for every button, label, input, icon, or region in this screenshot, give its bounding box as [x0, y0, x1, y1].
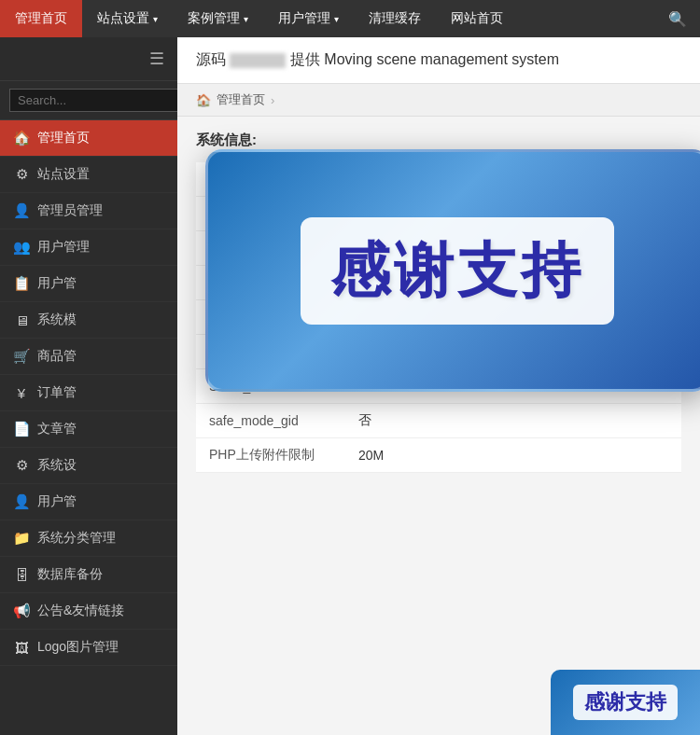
site-title-blurred	[230, 53, 286, 68]
chevron-down-icon: ▾	[334, 14, 339, 24]
user-icon: 👤	[13, 202, 30, 219]
breadcrumb-home-icon: 🏠	[196, 93, 211, 107]
row-value: 否	[345, 404, 681, 438]
home-icon: 🏠	[13, 130, 30, 146]
popup-overlay[interactable]: 感谢支持	[205, 149, 700, 392]
sidebar-item-logo-mgmt[interactable]: 🖼 Logo图片管理	[0, 630, 177, 666]
nav-label-site-home: 网站首页	[451, 10, 503, 27]
breadcrumb: 🏠 管理首页 ›	[177, 84, 700, 117]
sidebar-item-admin-mgmt[interactable]: 👤 管理员管理	[0, 193, 177, 229]
main-content-area: 源码 提供 Moving scene management system 🏠 管…	[177, 37, 700, 735]
search-input[interactable]	[9, 89, 177, 112]
sidebar-label-order-mgmt: 订单管	[37, 384, 77, 401]
chevron-down-icon: ▾	[153, 14, 158, 24]
user2-icon: 👤	[13, 493, 30, 510]
sidebar-label-site-settings: 站点设置	[37, 166, 90, 183]
settings-icon: ⚙	[13, 457, 30, 474]
popup-inner: 感谢支持	[301, 217, 614, 325]
image-icon: 🖼	[13, 640, 30, 656]
table-row: safe_mode_gid否	[196, 404, 681, 438]
list-icon: 📋	[13, 275, 30, 292]
sidebar: ☰ 🔍 🏠 管理首页 ⚙ 站点设置 👤 管理员管理 👥 用户管理 📋 用户管 🖥	[0, 37, 177, 735]
nav-label-admin-home: 管理首页	[15, 10, 67, 27]
main-header: 源码 提供 Moving scene management system	[177, 37, 700, 84]
sidebar-label-article-mgmt: 文章管	[37, 421, 77, 437]
main-layout: ☰ 🔍 🏠 管理首页 ⚙ 站点设置 👤 管理员管理 👥 用户管理 📋 用户管 🖥	[0, 37, 700, 735]
sidebar-item-system-mod[interactable]: 🖥 系统模	[0, 302, 177, 339]
sidebar-search-bar: 🔍	[0, 81, 177, 120]
mini-popup[interactable]: 感谢支持	[551, 670, 700, 735]
search-icon[interactable]: 🔍	[655, 0, 700, 37]
nav-item-user-mgmt[interactable]: 用户管理 ▾	[263, 0, 354, 37]
users-icon: 👥	[13, 239, 30, 256]
database-icon: 🗄	[13, 567, 30, 583]
nav-item-site-settings[interactable]: 站点设置 ▾	[82, 0, 173, 37]
gear-icon: ⚙	[13, 166, 30, 183]
row-label: safe_mode_gid	[196, 404, 345, 438]
sidebar-header: ☰	[0, 37, 177, 81]
menu-toggle-icon[interactable]: ☰	[149, 49, 164, 69]
sidebar-label-db-backup: 数据库备份	[37, 566, 103, 583]
sidebar-label-user-list: 用户管	[37, 275, 77, 292]
sidebar-item-admin-home[interactable]: 🏠 管理首页	[0, 120, 177, 157]
sidebar-item-category-mgmt[interactable]: 📁 系统分类管理	[0, 520, 177, 557]
sidebar-label-system-mod: 系统模	[37, 312, 77, 328]
sidebar-label-user-mgmt2: 用户管	[37, 493, 77, 510]
sidebar-item-article-mgmt[interactable]: 📄 文章管	[0, 411, 177, 448]
yen-icon: ¥	[13, 385, 30, 401]
site-title: 源码 提供 Moving scene management system	[196, 50, 681, 70]
sidebar-label-announcement: 公告&友情链接	[37, 603, 124, 619]
chevron-down-icon: ▾	[244, 14, 248, 24]
sidebar-label-sys-settings: 系统设	[37, 457, 77, 474]
table-row: PHP上传附件限制20M	[196, 438, 681, 473]
sidebar-label-category-mgmt: 系统分类管理	[37, 530, 116, 547]
nav-item-site-home[interactable]: 网站首页	[436, 0, 518, 37]
breadcrumb-separator: ›	[271, 93, 274, 107]
sidebar-item-order-mgmt[interactable]: ¥ 订单管	[0, 375, 177, 411]
mini-popup-inner: 感谢支持	[573, 685, 678, 720]
sidebar-item-user-list[interactable]: 📋 用户管	[0, 266, 177, 302]
sidebar-item-product-mgmt[interactable]: 🛒 商品管	[0, 339, 177, 375]
row-value: 20M	[345, 438, 681, 473]
sidebar-item-db-backup[interactable]: 🗄 数据库备份	[0, 557, 177, 593]
monitor-icon: 🖥	[13, 312, 30, 328]
nav-item-case-mgmt[interactable]: 案例管理 ▾	[173, 0, 263, 37]
announcement-icon: 📢	[13, 603, 30, 619]
site-title-prefix: 源码	[196, 51, 226, 67]
nav-label-clear-cache: 清理缓存	[369, 10, 421, 27]
mini-popup-text: 感谢支持	[584, 690, 666, 714]
popup-text: 感谢支持	[330, 230, 584, 312]
nav-item-clear-cache[interactable]: 清理缓存	[354, 0, 436, 37]
document-icon: 📄	[13, 421, 30, 437]
sidebar-label-admin-mgmt: 管理员管理	[37, 202, 103, 219]
nav-label-site-settings: 站点设置	[97, 10, 149, 27]
sidebar-item-site-settings[interactable]: ⚙ 站点设置	[0, 157, 177, 193]
nav-item-admin-home[interactable]: 管理首页	[0, 0, 82, 37]
section-title: 系统信息:	[196, 132, 681, 149]
sidebar-label-admin-home: 管理首页	[37, 130, 90, 146]
row-label: PHP上传附件限制	[196, 438, 345, 473]
breadcrumb-home-label[interactable]: 管理首页	[217, 91, 265, 108]
nav-label-user-mgmt: 用户管理	[278, 10, 330, 27]
sidebar-label-logo-mgmt: Logo图片管理	[37, 639, 119, 656]
sidebar-item-user-mgmt2[interactable]: 👤 用户管	[0, 484, 177, 520]
sidebar-label-user-mgmt: 用户管理	[37, 239, 90, 256]
nav-label-case-mgmt: 案例管理	[188, 10, 240, 27]
sidebar-label-product-mgmt: 商品管	[37, 348, 77, 365]
sidebar-item-announcement[interactable]: 📢 公告&友情链接	[0, 593, 177, 630]
folder-icon: 📁	[13, 530, 30, 547]
sidebar-item-user-mgmt[interactable]: 👥 用户管理	[0, 229, 177, 266]
site-title-suffix: 提供 Moving scene management system	[290, 51, 559, 67]
top-navigation: 管理首页 站点设置 ▾ 案例管理 ▾ 用户管理 ▾ 清理缓存 网站首页 🔍	[0, 0, 700, 37]
cart-icon: 🛒	[13, 348, 30, 365]
sidebar-item-sys-settings[interactable]: ⚙ 系统设	[0, 448, 177, 484]
